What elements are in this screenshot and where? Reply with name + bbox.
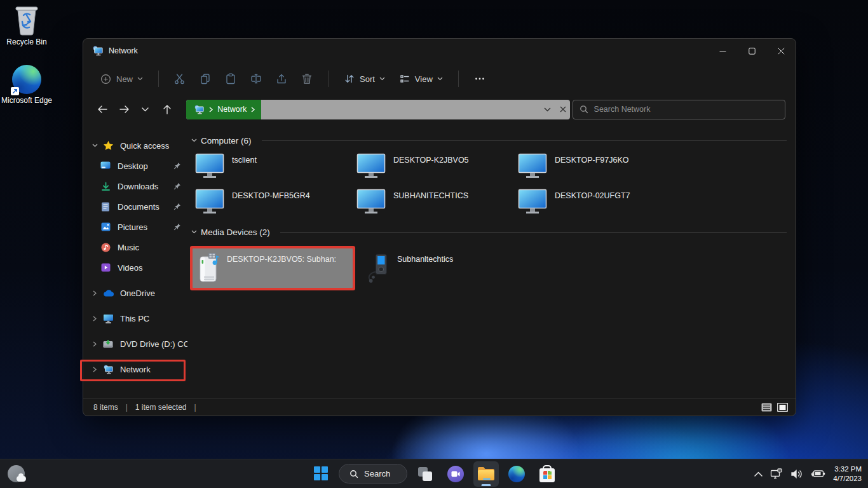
file-explorer-button[interactable] (473, 461, 499, 487)
sidebar-item-downloads[interactable]: Downloads (83, 176, 187, 196)
stop-refresh-icon[interactable] (560, 106, 566, 112)
media-devices-grid: DESKTOP-K2JBVO5: Subhan: Subhanltechtics (193, 248, 787, 288)
volume-icon[interactable] (790, 469, 803, 479)
copy-button[interactable] (194, 68, 216, 90)
address-progress-segment: Network (186, 100, 261, 119)
view-button[interactable]: View (394, 69, 448, 88)
media-device-item[interactable]: Subhanltechtics (362, 248, 522, 288)
address-dropdown-icon[interactable] (544, 107, 551, 112)
taskbar-search[interactable]: Search (339, 464, 407, 484)
this-pc-icon (102, 314, 114, 323)
hidden-icons-chevron-icon[interactable] (754, 471, 763, 477)
media-device-name: DESKTOP-K2JBVO5: Subhan: (227, 255, 336, 264)
items-view: Computer (6) tsclient DESKTOP-K2JBVO5 DE… (187, 124, 796, 398)
sidebar-item-onedrive[interactable]: OneDrive (83, 283, 187, 303)
sidebar-label: DVD Drive (D:) CCCO (120, 339, 187, 349)
media-device-name: Subhanltechtics (397, 255, 453, 264)
toolbar-separator (458, 71, 459, 87)
network-computer-item[interactable]: DESKTOP-MFB5GR4 (193, 187, 354, 223)
large-icons-view-icon[interactable] (777, 403, 788, 412)
sidebar-item-pictures[interactable]: Pictures (83, 217, 187, 237)
share-button[interactable] (271, 68, 292, 90)
network-computer-item[interactable]: SUBHANITECHTICS (354, 187, 515, 223)
chevron-right-icon[interactable] (90, 290, 100, 296)
network-computer-item[interactable]: DESKTOP-02UFGT7 (515, 187, 677, 223)
minimize-button[interactable] (708, 39, 737, 63)
sort-button[interactable]: Sort (339, 69, 390, 88)
microsoft-store-button[interactable] (534, 461, 560, 487)
section-header-media-devices[interactable]: Media Devices (2) (191, 224, 787, 240)
address-bar[interactable]: Network (186, 100, 569, 119)
computer-name: DESKTOP-02UFGT7 (555, 191, 630, 200)
clock-time: 3:32 PM (833, 464, 862, 474)
details-view-icon[interactable] (761, 403, 772, 412)
chat-icon (447, 466, 464, 482)
store-icon (539, 468, 555, 482)
chat-button[interactable] (443, 461, 468, 487)
battery-charging-icon[interactable] (811, 469, 825, 478)
new-button[interactable]: New (95, 69, 148, 89)
rename-button[interactable] (245, 68, 267, 90)
section-title: Computer (6) (201, 136, 252, 146)
edge-button[interactable] (504, 461, 529, 487)
close-button[interactable] (766, 39, 796, 63)
sidebar-label: Videos (118, 263, 187, 273)
sidebar-item-dvd-drive[interactable]: DVD Drive (D:) CCCO (83, 334, 187, 354)
sidebar-item-network[interactable]: Network (83, 359, 187, 379)
navigation-pane: Quick access Desktop Downloads (83, 124, 187, 398)
cut-button[interactable] (169, 68, 191, 90)
back-button[interactable] (93, 100, 112, 119)
sidebar-item-videos[interactable]: Videos (83, 257, 187, 278)
search-box[interactable] (573, 100, 785, 119)
maximize-button[interactable] (737, 39, 766, 63)
windows-logo-icon (314, 466, 329, 481)
chevron-right-icon[interactable] (90, 341, 100, 347)
status-separator: | (194, 403, 196, 412)
search-input[interactable] (594, 105, 778, 114)
search-icon (580, 105, 588, 114)
desktop-icon-recycle-bin[interactable]: Recycle Bin (0, 4, 53, 46)
sidebar-item-music[interactable]: Music (83, 237, 187, 257)
media-device-item-selected[interactable]: DESKTOP-K2JBVO5: Subhan: (193, 248, 353, 288)
section-header-computer[interactable]: Computer (6) (191, 133, 787, 148)
breadcrumb-chevron-icon (209, 107, 213, 112)
chevron-right-icon[interactable] (90, 316, 100, 322)
sidebar-label: This PC (120, 314, 187, 323)
see-more-button[interactable] (469, 68, 491, 90)
search-icon (349, 470, 358, 478)
titlebar[interactable]: Network (83, 39, 796, 63)
chevron-down-icon (191, 230, 197, 234)
sidebar-item-documents[interactable]: Documents (83, 196, 187, 217)
network-computer-item[interactable]: tsclient (193, 152, 354, 187)
start-button[interactable] (308, 461, 334, 487)
taskbar-search-label: Search (364, 469, 390, 478)
sidebar-label: Network (120, 365, 187, 374)
paste-button[interactable] (220, 68, 241, 90)
network-computer-item[interactable]: DESKTOP-F97J6KO (515, 152, 677, 187)
computer-name: DESKTOP-K2JBVO5 (393, 156, 469, 165)
navigation-bar: Network (83, 95, 796, 124)
network-status-icon[interactable] (770, 468, 783, 479)
network-computer-item[interactable]: DESKTOP-K2JBVO5 (354, 152, 515, 187)
computer-grid: tsclient DESKTOP-K2JBVO5 DESKTOP-F97J6KO… (193, 152, 787, 223)
pictures-icon (100, 222, 111, 231)
widgets-weather-icon[interactable] (8, 465, 25, 482)
desktop-icon-microsoft-edge[interactable]: Microsoft Edge (0, 65, 53, 105)
chevron-right-icon[interactable] (90, 367, 100, 372)
sort-arrows-icon (344, 73, 355, 85)
sidebar-item-desktop[interactable]: Desktop (83, 156, 187, 176)
chevron-down-icon[interactable] (90, 144, 100, 147)
clock[interactable]: 3:32 PM 4/7/2023 (833, 464, 862, 484)
task-view-button[interactable] (412, 461, 438, 487)
sidebar-item-this-pc[interactable]: This PC (83, 308, 187, 329)
sidebar-item-quick-access[interactable]: Quick access (83, 135, 187, 156)
selection-count: 1 item selected (135, 403, 187, 412)
breadcrumb-network[interactable]: Network (217, 105, 247, 114)
new-label: New (116, 74, 133, 84)
delete-button[interactable] (296, 68, 318, 90)
up-button[interactable] (158, 100, 177, 119)
recent-locations-button[interactable] (136, 100, 155, 119)
videos-icon (100, 263, 111, 272)
computer-icon (518, 153, 547, 180)
forward-button[interactable] (115, 100, 134, 119)
